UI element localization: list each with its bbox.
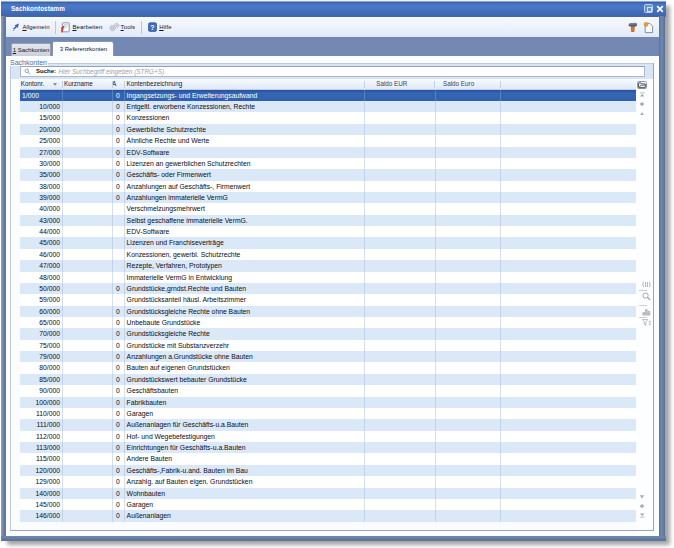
svg-text:?: ? <box>150 23 154 30</box>
